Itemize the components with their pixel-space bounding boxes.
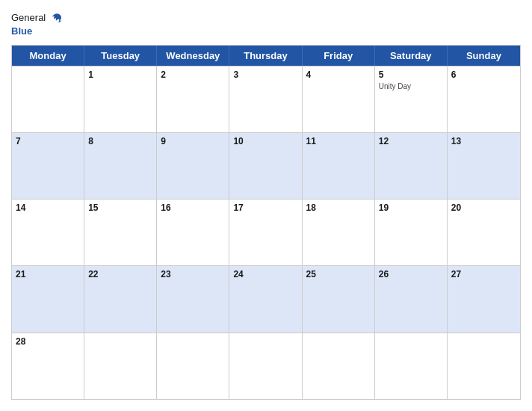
calendar-cell bbox=[229, 333, 302, 399]
calendar-cell: 11 bbox=[303, 133, 375, 199]
logo-blue-text: Blue bbox=[11, 25, 32, 37]
cell-date: 16 bbox=[161, 203, 225, 213]
logo: General Blue bbox=[11, 12, 64, 37]
calendar-cell: 23 bbox=[157, 266, 229, 332]
calendar-cell: 21 bbox=[12, 266, 84, 332]
cell-date: 11 bbox=[306, 136, 371, 146]
calendar-cell: 14 bbox=[12, 200, 84, 265]
calendar-cell: 22 bbox=[84, 266, 157, 332]
day-header-thursday: Thursday bbox=[229, 46, 302, 66]
calendar-row-2: 78910111213 bbox=[12, 132, 520, 199]
cell-date: 3 bbox=[233, 69, 297, 80]
day-header-wednesday: Wednesday bbox=[157, 46, 229, 66]
calendar-cell: 24 bbox=[229, 266, 302, 332]
day-header-friday: Friday bbox=[303, 46, 375, 66]
calendar-cell: 8 bbox=[84, 133, 157, 199]
cell-date: 1 bbox=[88, 69, 152, 80]
cell-date: 14 bbox=[16, 203, 80, 213]
cell-date: 15 bbox=[88, 203, 152, 213]
cell-date: 7 bbox=[16, 136, 80, 146]
cell-date: 10 bbox=[233, 136, 297, 146]
day-header-monday: Monday bbox=[12, 46, 84, 66]
day-header-saturday: Saturday bbox=[375, 46, 448, 66]
calendar-cell: 25 bbox=[303, 266, 375, 332]
calendar-body: 12345Unity Day67891011121314151617181920… bbox=[12, 66, 520, 399]
calendar-header: MondayTuesdayWednesdayThursdayFridaySatu… bbox=[12, 46, 520, 66]
cell-date: 22 bbox=[88, 269, 152, 279]
cell-date: 6 bbox=[451, 69, 516, 80]
cell-date: 13 bbox=[451, 136, 516, 146]
calendar: MondayTuesdayWednesdayThursdayFridaySatu… bbox=[11, 45, 521, 400]
cell-date: 21 bbox=[16, 269, 80, 279]
calendar-cell: 6 bbox=[448, 67, 520, 132]
cell-date: 2 bbox=[161, 69, 225, 80]
calendar-cell: 4 bbox=[303, 67, 375, 132]
calendar-cell: 26 bbox=[375, 266, 448, 332]
calendar-cell: 18 bbox=[303, 200, 375, 265]
cell-date: 23 bbox=[161, 269, 225, 279]
calendar-cell: 15 bbox=[84, 200, 157, 265]
calendar-row-4: 21222324252627 bbox=[12, 265, 520, 332]
cell-date: 18 bbox=[306, 203, 371, 213]
calendar-cell: 9 bbox=[157, 133, 229, 199]
calendar-cell bbox=[157, 333, 229, 399]
day-header-tuesday: Tuesday bbox=[84, 46, 157, 66]
calendar-cell: 16 bbox=[157, 200, 229, 265]
cell-date: 19 bbox=[379, 203, 443, 213]
calendar-cell: 27 bbox=[448, 266, 520, 332]
cell-date: 27 bbox=[451, 269, 516, 279]
calendar-cell: 7 bbox=[12, 133, 84, 199]
calendar-cell bbox=[303, 333, 375, 399]
cell-date: 17 bbox=[233, 203, 297, 213]
cell-date: 5 bbox=[379, 69, 443, 80]
cell-date: 12 bbox=[379, 136, 443, 146]
calendar-cell bbox=[12, 67, 84, 132]
calendar-cell: 5Unity Day bbox=[375, 67, 448, 132]
calendar-cell: 19 bbox=[375, 200, 448, 265]
cell-date: 9 bbox=[161, 136, 225, 146]
cell-date: 28 bbox=[16, 336, 80, 347]
calendar-cell: 10 bbox=[229, 133, 302, 199]
header: General Blue bbox=[11, 7, 521, 40]
day-header-sunday: Sunday bbox=[448, 46, 520, 66]
calendar-row-3: 14151617181920 bbox=[12, 199, 520, 265]
calendar-cell: 17 bbox=[229, 200, 302, 265]
calendar-cell bbox=[84, 333, 157, 399]
logo-bird-icon bbox=[50, 12, 64, 25]
calendar-cell: 12 bbox=[375, 133, 448, 199]
cell-date: 24 bbox=[233, 269, 297, 279]
calendar-cell: 1 bbox=[84, 67, 157, 132]
cell-date: 25 bbox=[306, 269, 371, 279]
cell-date: 4 bbox=[306, 69, 371, 80]
calendar-cell: 13 bbox=[448, 133, 520, 199]
logo-general-text: General bbox=[11, 12, 64, 25]
calendar-cell: 28 bbox=[12, 333, 84, 399]
calendar-cell bbox=[448, 333, 520, 399]
calendar-cell: 3 bbox=[229, 67, 302, 132]
cell-date: 8 bbox=[88, 136, 152, 146]
cell-date: 20 bbox=[451, 203, 516, 213]
calendar-cell: 20 bbox=[448, 200, 520, 265]
cell-event: Unity Day bbox=[379, 81, 443, 91]
calendar-row-5: 28 bbox=[12, 333, 520, 399]
cell-date: 26 bbox=[379, 269, 443, 279]
calendar-row-1: 12345Unity Day6 bbox=[12, 66, 520, 132]
calendar-cell: 2 bbox=[157, 67, 229, 132]
calendar-cell bbox=[375, 333, 448, 399]
